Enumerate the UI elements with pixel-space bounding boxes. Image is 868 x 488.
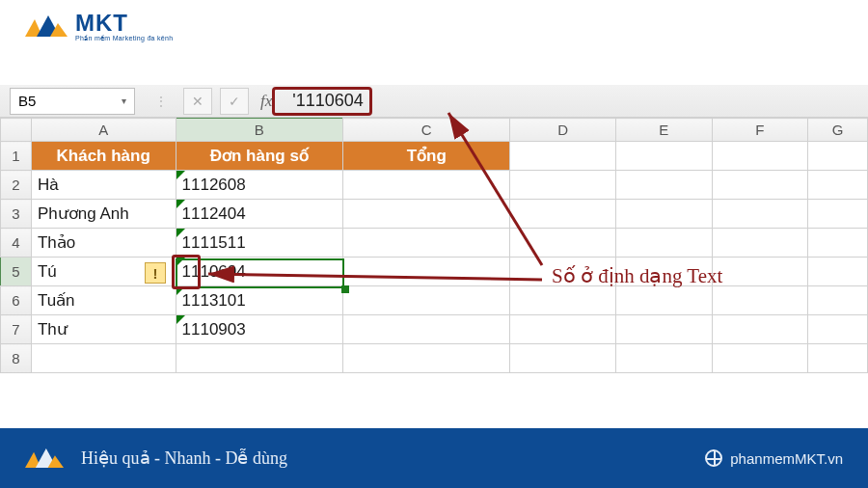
fill-handle[interactable] — [341, 285, 349, 293]
cell[interactable]: 1110903 — [176, 315, 343, 344]
cell[interactable] — [712, 286, 808, 315]
cell[interactable]: Hà — [31, 171, 176, 200]
col-header-D[interactable]: D — [510, 119, 616, 142]
cell[interactable] — [808, 171, 868, 200]
row-header[interactable]: 5 — [1, 258, 32, 286]
cell[interactable] — [510, 171, 616, 200]
header-cell-C[interactable]: Tổng — [343, 142, 510, 171]
cell[interactable] — [808, 229, 868, 258]
cell[interactable] — [510, 344, 616, 373]
table-row: 3 Phương Anh 1112404 — [1, 200, 868, 229]
cell[interactable] — [31, 344, 176, 373]
row-header[interactable]: 7 — [1, 315, 32, 344]
row-header[interactable]: 4 — [1, 229, 32, 258]
cell[interactable] — [712, 315, 808, 344]
cell[interactable] — [712, 142, 808, 171]
chevron-down-icon[interactable]: ▾ — [122, 95, 126, 106]
cell[interactable] — [808, 258, 868, 286]
cell[interactable]: Thư — [31, 315, 176, 344]
cell[interactable] — [510, 142, 616, 171]
cell[interactable]: Thảo — [31, 229, 176, 258]
cell[interactable] — [616, 315, 713, 344]
formula-highlight-box: '1110604 — [272, 87, 372, 116]
cell[interactable] — [616, 344, 713, 373]
brand-subtitle: Phần mềm Marketing đa kênh — [75, 35, 173, 42]
col-header-B[interactable]: B — [176, 119, 343, 142]
cell-active[interactable]: 1110604 — [176, 258, 343, 286]
cell[interactable] — [616, 171, 713, 200]
cell[interactable] — [343, 344, 510, 373]
spreadsheet-grid[interactable]: A B C D E F G 1 Khách hàng Đơn hàng số T… — [0, 118, 868, 428]
cell[interactable]: Phương Anh — [31, 200, 176, 229]
cell[interactable] — [343, 315, 510, 344]
table-row: 4 Thảo 1111511 — [1, 229, 868, 258]
cell[interactable]: 1112608 — [176, 171, 343, 200]
cell[interactable] — [616, 200, 713, 229]
footer-slogan: Hiệu quả - Nhanh - Dễ dùng — [81, 447, 287, 469]
cell[interactable] — [343, 200, 510, 229]
cell[interactable] — [510, 200, 616, 229]
cell[interactable] — [616, 229, 713, 258]
cell[interactable] — [808, 200, 868, 229]
cell[interactable] — [808, 286, 868, 315]
cell[interactable]: 1111511 — [176, 229, 343, 258]
table-row: 8 — [1, 344, 868, 373]
name-box-value: B5 — [18, 93, 36, 109]
row-header[interactable]: 3 — [1, 200, 32, 229]
cell[interactable] — [808, 315, 868, 344]
cell[interactable] — [712, 258, 808, 286]
row-header[interactable]: 2 — [1, 171, 32, 200]
separator-icon: ⋮ — [147, 88, 176, 115]
cell[interactable]: Tuấn — [31, 286, 176, 315]
cell[interactable] — [510, 315, 616, 344]
col-header-E[interactable]: E — [616, 119, 713, 142]
cell[interactable] — [808, 344, 868, 373]
cell[interactable] — [343, 229, 510, 258]
cell[interactable] — [712, 200, 808, 229]
cell[interactable] — [343, 171, 510, 200]
row-header[interactable]: 6 — [1, 286, 32, 315]
cell[interactable]: 1112404 — [176, 200, 343, 229]
formula-bar: B5 ▾ ⋮ ✕ ✓ fx '1110604 — [0, 85, 868, 118]
cell[interactable] — [712, 171, 808, 200]
cell[interactable] — [712, 229, 808, 258]
row-header[interactable]: 8 — [1, 344, 32, 373]
header-cell-A[interactable]: Khách hàng — [31, 142, 176, 171]
cell[interactable] — [343, 258, 510, 286]
cell[interactable] — [616, 142, 713, 171]
column-header-row: A B C D E F G — [1, 119, 868, 142]
footer-site: phanmemMKT.vn — [730, 450, 843, 467]
cell[interactable] — [616, 286, 713, 315]
table-row: 1 Khách hàng Đơn hàng số Tổng — [1, 142, 868, 171]
name-box[interactable]: B5 ▾ — [10, 88, 135, 115]
cell[interactable] — [510, 286, 616, 315]
col-header-G[interactable]: G — [808, 119, 868, 142]
table-row: 5 Tú 1110604 — [1, 258, 868, 286]
col-header-F[interactable]: F — [712, 119, 808, 142]
brand-logo: MKT Phần mềm Marketing đa kênh — [25, 10, 173, 42]
accept-entry-button[interactable]: ✓ — [220, 88, 249, 115]
annotation-text: Số ở định dạng Text — [552, 264, 722, 288]
globe-icon — [705, 449, 722, 467]
table-row: 2 Hà 1112608 — [1, 171, 868, 200]
error-smart-tag[interactable]: ! — [145, 262, 166, 284]
cell[interactable] — [808, 142, 868, 171]
cell[interactable]: 1113101 — [176, 286, 343, 315]
row-header[interactable]: 1 — [1, 142, 32, 171]
col-header-A[interactable]: A — [31, 119, 176, 142]
select-all-corner[interactable] — [1, 119, 32, 142]
warning-icon: ! — [153, 265, 158, 282]
header-cell-B[interactable]: Đơn hàng số — [176, 142, 343, 171]
table-row: 6 Tuấn 1113101 — [1, 286, 868, 315]
formula-input[interactable]: '1110604 — [292, 91, 364, 111]
cell[interactable] — [712, 344, 808, 373]
cancel-entry-button[interactable]: ✕ — [183, 88, 212, 115]
cell[interactable] — [343, 286, 510, 315]
col-header-C[interactable]: C — [343, 119, 510, 142]
footer-bar: Hiệu quả - Nhanh - Dễ dùng phanmemMKT.vn — [0, 428, 868, 488]
fx-icon[interactable]: fx — [260, 92, 272, 111]
cell[interactable] — [510, 229, 616, 258]
table-row: 7 Thư 1110903 — [1, 315, 868, 344]
footer-logo-icon — [25, 447, 64, 470]
cell[interactable] — [176, 344, 343, 373]
